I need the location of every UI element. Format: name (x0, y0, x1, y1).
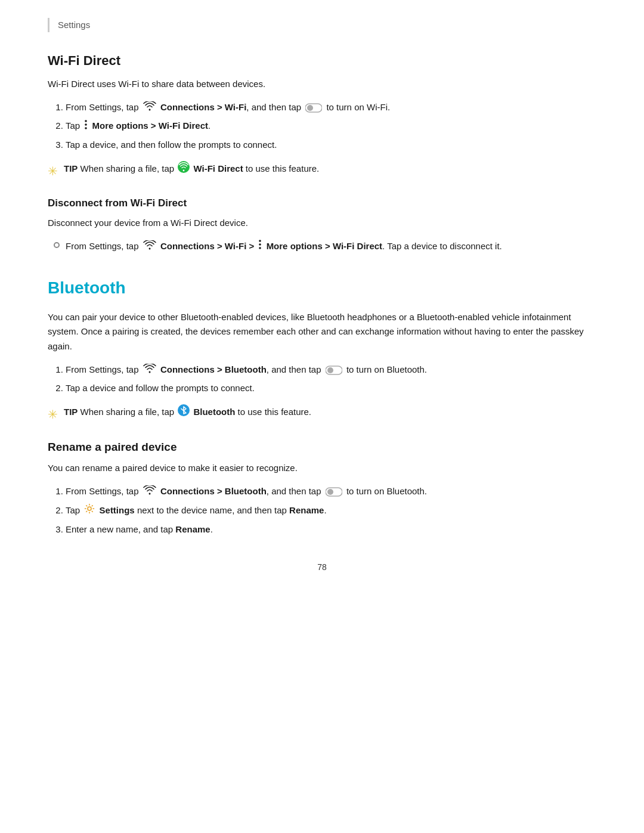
svg-point-4 (85, 127, 88, 129)
rename-step-3: Enter a new name, and tap Rename. (66, 522, 596, 537)
bt-step-1: From Settings, tap Connections > Bluetoo… (66, 363, 596, 377)
bt-step-2: Tap a device and follow the prompts to c… (66, 381, 596, 396)
svg-point-3 (85, 123, 88, 126)
wifi-icon-4 (143, 485, 156, 500)
bluetooth-title: Bluetooth (48, 275, 596, 302)
bullet-circle-icon (54, 242, 60, 248)
rename-steps: From Settings, tap Connections > Bluetoo… (66, 484, 596, 537)
svg-point-8 (259, 247, 262, 249)
svg-point-2 (85, 120, 88, 122)
toggle-icon-1 (305, 103, 322, 113)
rename-step-1: From Settings, tap Connections > Bluetoo… (66, 484, 596, 499)
wifi-direct-tip: ✳ TIP When sharing a file, tap Wi-Fi Dir… (48, 161, 596, 181)
rename-title: Rename a paired device (48, 438, 596, 456)
step-1: From Settings, tap Connections > Wi-Fi, … (66, 100, 596, 115)
toggle-icon-2 (326, 366, 342, 375)
wifi-direct-intro: Wi-Fi Direct uses Wi-Fi to share data be… (48, 77, 596, 92)
bluetooth-intro: You can pair your device to other Blueto… (48, 310, 596, 354)
wifi-direct-title: Wi-Fi Direct (48, 50, 596, 71)
svg-point-13 (327, 489, 333, 495)
svg-point-1 (307, 105, 313, 111)
more-options-wifi-direct-label: More options > Wi-Fi Direct (92, 120, 208, 131)
wifi-direct-steps: From Settings, tap Connections > Wi-Fi, … (66, 100, 596, 153)
breadcrumb: Settings (48, 18, 596, 32)
bluetooth-blue-icon (178, 404, 190, 421)
wifi-icon-1 (143, 101, 156, 116)
step-3: Tap a device, and then follow the prompt… (66, 138, 596, 153)
more-options-icon-1 (83, 119, 88, 135)
wifi-icon-3 (143, 363, 156, 378)
rename-intro: You can rename a paired device to make i… (48, 461, 596, 476)
toggle-icon-3 (326, 487, 342, 497)
rename-step-2: Tap Settings next to the device name, an… (66, 503, 596, 519)
wifi-icon-2 (143, 240, 156, 255)
wifi-direct-green-icon (178, 161, 190, 178)
tip-sun-icon-2: ✳ (48, 405, 58, 424)
disconnect-title: Disconnect from Wi-Fi Direct (48, 195, 596, 211)
disconnect-intro: Disconnect your device from a Wi-Fi Dire… (48, 216, 596, 231)
disconnect-bullet-text: From Settings, tap Connections > Wi-Fi >… (66, 239, 502, 255)
page-number: 78 (48, 561, 596, 574)
bluetooth-steps: From Settings, tap Connections > Bluetoo… (66, 363, 596, 396)
tip-sun-icon-1: ✳ (48, 162, 58, 181)
svg-point-6 (259, 240, 262, 242)
gear-icon (84, 503, 95, 519)
disconnect-bullet: From Settings, tap Connections > Wi-Fi >… (54, 239, 596, 255)
tip-text-1: TIP When sharing a file, tap Wi-Fi Direc… (64, 161, 319, 178)
more-options-icon-2 (258, 239, 262, 255)
bluetooth-tip: ✳ TIP When sharing a file, tap Bluetooth… (48, 404, 596, 424)
svg-point-10 (327, 367, 333, 373)
tip-text-2: TIP When sharing a file, tap Bluetooth t… (64, 404, 311, 421)
connections-wifi-label: Connections > Wi-Fi (160, 102, 246, 112)
svg-point-7 (259, 243, 262, 246)
step-2: Tap More options > Wi-Fi Direct. (66, 119, 596, 134)
svg-point-14 (88, 507, 91, 510)
